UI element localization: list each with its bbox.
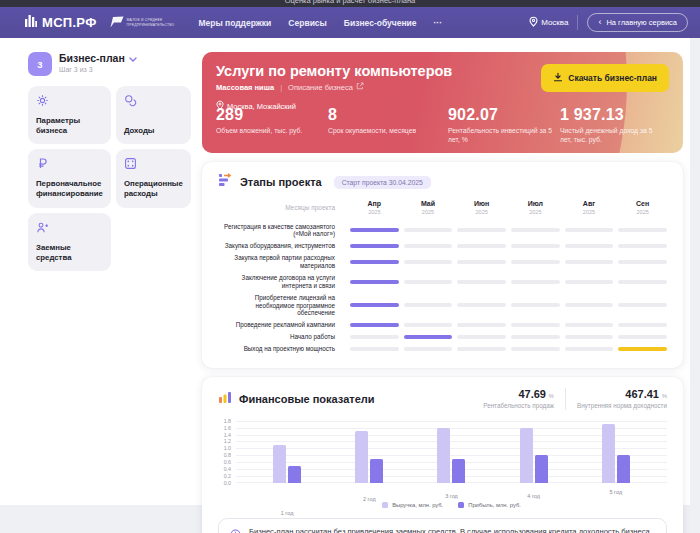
top-strip: Оценка рынка и расчет бизнес-плана [0, 0, 700, 7]
pin-icon [529, 16, 538, 29]
legend-label: Прибыль, млн. руб. [468, 502, 521, 508]
header-divider [577, 15, 578, 30]
msp-logo[interactable]: МСП.РФ [24, 14, 97, 32]
niche-label: Массовая ниша [216, 83, 274, 92]
gantt-track [511, 280, 560, 284]
gantt-header-row: Месяцы проектаАпр2025Май2025Июн2025Июл20… [218, 200, 667, 216]
sidebar-card-5[interactable]: Заемные средства [28, 213, 111, 271]
gantt-track [565, 260, 614, 264]
gantt-track [350, 347, 399, 351]
financials-title: Финансовые показатели [239, 393, 375, 405]
nav-item-1[interactable]: Меры поддержки [198, 18, 271, 28]
gantt-month-year: 2025 [511, 209, 560, 216]
chart-bar [355, 431, 368, 483]
gantt-track [511, 347, 560, 351]
hero-stat-value: 8 [328, 106, 448, 124]
stages-title: Этапы проекта [240, 176, 322, 188]
gantt-row-label: Закупка оборудования, инструментов [218, 242, 345, 250]
legend-item: Выручка, млн. руб. [382, 502, 443, 508]
bar-group: 5 год [602, 424, 630, 483]
hero-stat: 1 937.13Чистый денежный доход за 5 лет, … [560, 106, 669, 144]
nav-item-3[interactable]: Бизнес-обучение [344, 18, 417, 28]
hero-stat: 902.07Рентабельность инвестиций за 5 лет… [448, 106, 560, 144]
ruble-icon [36, 157, 103, 170]
gantt-bar [350, 280, 399, 284]
y-axis-tick: 1.6 [224, 425, 231, 431]
main-panel: Услуги по ремонту компьютеров Массовая н… [202, 52, 683, 505]
nav-item-4[interactable]: ··· [434, 18, 443, 28]
gantt-month-year: 2025 [618, 209, 667, 216]
person-plus-icon [36, 221, 103, 234]
gantt-track [565, 228, 614, 232]
location-selector[interactable]: Москва [529, 16, 568, 29]
kpi-unit: % [660, 393, 667, 399]
hero-stat: 8Срок окупаемости, месяцев [328, 106, 448, 144]
download-business-plan-button[interactable]: Скачать бизнес-план [541, 64, 669, 92]
chart-bar [602, 424, 615, 483]
hero-stat-value: 902.07 [448, 106, 560, 124]
gantt-month-year: 2025 [350, 209, 399, 216]
y-axis-tick: 0.4 [224, 466, 231, 472]
kpi-value: 47.69 % [483, 388, 554, 400]
sidebar-grid: Параметры бизнесаДоходыПервоначальное фи… [28, 86, 183, 271]
business-description-link[interactable]: Описание бизнеса [288, 82, 364, 92]
partner-logo-line: ПРЕДПРИНИМАТЕЛЬСТВО [127, 23, 175, 27]
gantt-row: Закупка оборудования, инструментов [218, 242, 667, 250]
sidebar-card-3[interactable]: Первоначальное финансирование [28, 149, 111, 207]
gantt-row-label: Закупка первой партии расходных материал… [218, 254, 345, 270]
gantt-track [404, 347, 453, 351]
gantt-month-name: Авг [565, 200, 614, 209]
gantt-month-header: Апр2025 [350, 200, 399, 216]
kpi-label: Внутренняя норма доходности [577, 402, 667, 409]
legend-item: Прибыль, млн. руб. [458, 502, 521, 508]
gantt-track [404, 244, 453, 248]
project-hero-card: Услуги по ремонту компьютеров Массовая н… [202, 52, 683, 153]
nav-item-2[interactable]: Сервисы [288, 18, 327, 28]
gantt-track [565, 244, 614, 248]
gantt-track [457, 335, 506, 339]
app-header: МСП.РФ МАЛОЕ И СРЕДНЕЕ ПРЕДПРИНИМАТЕЛЬСТ… [0, 7, 700, 38]
msp-logo-icon [24, 14, 38, 32]
sidebar: 3 Бизнес-план Шаг 3 из 3 Параметры бизне… [28, 52, 183, 505]
back-button-label: На главную сервиса [606, 18, 677, 27]
sidebar-title-dropdown[interactable]: Бизнес-план [59, 52, 137, 64]
kpi-unit: % [547, 393, 554, 399]
kpi-divider [565, 388, 566, 410]
chevron-left-icon: ‹ [598, 18, 601, 27]
chart-bar [617, 455, 630, 483]
chart-bar [370, 459, 383, 483]
gantt-track [457, 228, 506, 232]
back-to-service-button[interactable]: ‹ На главную сервиса [587, 13, 688, 32]
gantt-bar [350, 323, 399, 327]
hero-stat: 289Объем вложений, тыс. руб. [216, 106, 328, 144]
x-axis-label: 1 год [281, 510, 294, 516]
info-note-text: Бизнес-план рассчитан без привлечения за… [249, 527, 655, 533]
gantt-month-name: Сен [618, 200, 667, 209]
msp-logo-text: МСП.РФ [42, 15, 97, 30]
chart-bar [535, 455, 548, 483]
step-badge: 3 [28, 52, 52, 76]
gantt-row-label: Проведение рекламной кампании [218, 321, 345, 329]
gantt-month-year: 2025 [404, 209, 453, 216]
chevron-down-icon [129, 52, 137, 64]
gantt-month-header: Авг2025 [565, 200, 614, 216]
sidebar-card-2[interactable]: Доходы [116, 86, 191, 144]
external-link-icon [356, 82, 364, 92]
kpi: 47.69 %Рентабельность продаж [483, 388, 554, 409]
gantt-track [618, 244, 667, 248]
kpi: 467.41 %Внутренняя норма доходности [577, 388, 667, 409]
gantt-track [511, 244, 560, 248]
gantt-track [511, 323, 560, 327]
gantt-month-header: Сен2025 [618, 200, 667, 216]
gantt-row-label: Начало работы [218, 333, 345, 341]
gantt-row-label: Приобретение лицензий на необходимое про… [218, 294, 345, 318]
bar-group: 1 год [273, 445, 301, 483]
hero-stat-value: 289 [216, 106, 328, 124]
gantt-month-name: Апр [350, 200, 399, 209]
meta-separator: | [280, 83, 282, 92]
bar-group: 4 год [520, 428, 548, 483]
sidebar-card-1[interactable]: Параметры бизнеса [28, 86, 111, 144]
gantt-month-header: Июн2025 [457, 200, 506, 216]
sidebar-card-4[interactable]: Операционные расходы [116, 149, 191, 207]
gantt-track [404, 323, 453, 327]
